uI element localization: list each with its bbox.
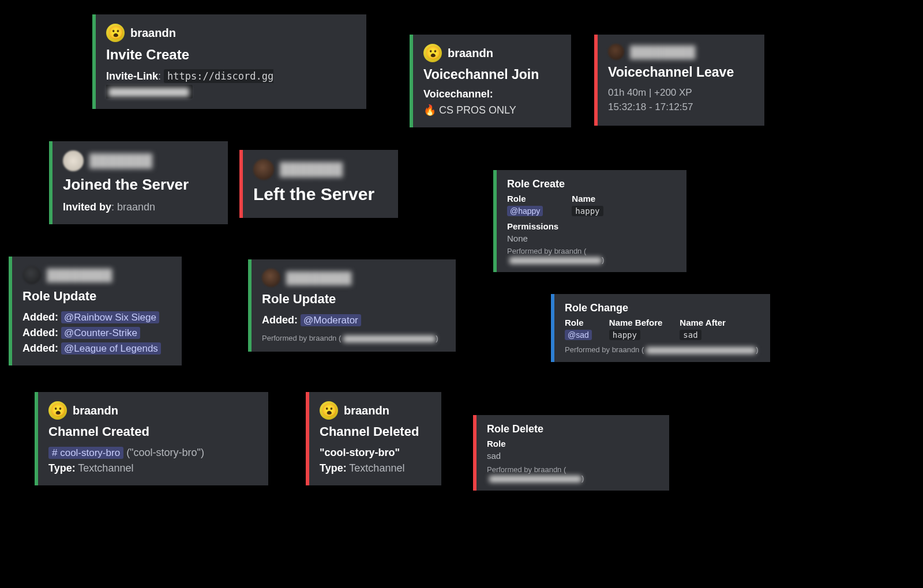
avatar-blurred-icon xyxy=(608,44,624,60)
invite-link-label: Invite-Link xyxy=(106,70,158,82)
role-value: sad xyxy=(487,451,659,461)
username-redacted: ███████ xyxy=(89,153,152,168)
permissions-value: None xyxy=(507,233,676,243)
card-joined-server: ███████ Joined the Server Invited by: br… xyxy=(49,141,228,224)
field-label: Name After xyxy=(680,318,725,327)
user-row: braandn xyxy=(423,44,560,62)
name-before-value: happy xyxy=(609,330,640,340)
name-value: happy xyxy=(572,206,603,216)
username-redacted: ████████ xyxy=(47,269,112,282)
field-name-before: Name Before happy xyxy=(609,318,663,340)
invited-by-line: Invited by: braandn xyxy=(63,199,216,215)
username-redacted: ███████ xyxy=(280,162,343,177)
card-channel-created: braandn Channel Created # cool-story-bro… xyxy=(35,392,268,485)
channel-name: "cool-story-bro" xyxy=(320,445,430,461)
redacted-icon xyxy=(343,336,436,342)
field-label: Role xyxy=(487,439,659,448)
username: braandn xyxy=(344,404,389,417)
username: braandn xyxy=(448,47,493,60)
channel-line: # cool-story-bro ("cool-story-bro") xyxy=(48,445,257,461)
field-label: Role xyxy=(507,194,543,203)
vc-leave-time: 15:32:18 - 17:12:57 xyxy=(608,100,753,115)
card-left-server: ███████ Left the Server xyxy=(239,150,398,218)
user-row: ████████ xyxy=(608,44,753,60)
avatar-emoji-icon xyxy=(48,401,67,420)
field-role: Role @sad xyxy=(565,318,592,340)
role-mention[interactable]: @Counter-Strike xyxy=(61,327,140,339)
avatar-emoji-icon xyxy=(106,24,125,42)
role-mention[interactable]: @Moderator xyxy=(301,314,361,326)
avatar-blurred-icon xyxy=(262,269,280,287)
channel-mention[interactable]: # cool-story-bro xyxy=(48,447,123,459)
username: braandn xyxy=(130,27,176,40)
card-role-update-multi: ████████ Role Update Added: @Rainbow Six… xyxy=(9,257,182,365)
embed-title: Voicechannel Leave xyxy=(608,65,753,80)
avatar-blurred-icon xyxy=(22,266,41,284)
card-invite-create: braandn Invite Create Invite-Link: https… xyxy=(92,14,366,109)
channel-type-line: Type: Textchannel xyxy=(320,461,430,476)
field-label: Name Before xyxy=(609,318,663,327)
user-row: ████████ xyxy=(262,269,444,287)
card-vc-join: braandn Voicechannel Join Voicechannel: … xyxy=(410,35,571,127)
embed-footer: Performed by braandn () xyxy=(507,247,676,264)
invite-link-line: Invite-Link: https://discord.gg xyxy=(106,69,355,100)
channel-type-line: Type: Textchannel xyxy=(48,461,257,476)
role-added-line: Added: @Rainbow Six Siege xyxy=(22,310,170,325)
field-role: Role @happy xyxy=(507,194,543,216)
vc-label: Voicechannel: xyxy=(423,88,560,100)
avatar-blurred-icon xyxy=(253,159,274,180)
card-role-change: Role Change Role @sad Name Before happy … xyxy=(551,294,770,362)
embed-title: Channel Created xyxy=(48,424,257,439)
username-redacted: ████████ xyxy=(630,46,695,59)
field-name: Name happy xyxy=(572,194,603,216)
role-added-line: Added: @Counter-Strike xyxy=(22,325,170,341)
embed-title: Invite Create xyxy=(106,47,355,63)
user-row: braandn xyxy=(320,401,430,420)
avatar-emoji-icon xyxy=(423,44,442,62)
avatar-blurred-icon xyxy=(63,150,84,171)
field-label: Role xyxy=(565,318,592,327)
role-mention[interactable]: @Rainbow Six Siege xyxy=(61,311,159,323)
card-role-create: Role Create Role @happy Name happy Permi… xyxy=(493,170,686,272)
role-added-line: Added: @Moderator xyxy=(262,312,444,328)
field-role: Role sad xyxy=(487,439,659,461)
role-mention[interactable]: @sad xyxy=(565,330,592,340)
embed-title: Voicechannel Join xyxy=(423,67,560,82)
user-row: ███████ xyxy=(63,150,216,171)
field-label: Name xyxy=(572,194,603,203)
embed-title: Role Update xyxy=(22,289,170,304)
vc-channel-name: 🔥 CS PROS ONLY xyxy=(423,103,560,118)
user-row: ████████ xyxy=(22,266,170,284)
role-mention[interactable]: @League of Legends xyxy=(61,342,161,355)
user-row: ███████ xyxy=(253,159,387,180)
embed-title: Role Create xyxy=(507,178,676,190)
card-role-update-single: ████████ Role Update Added: @Moderator P… xyxy=(248,259,456,352)
embed-title: Role Change xyxy=(565,302,760,314)
user-row: braandn xyxy=(48,401,257,420)
embed-title: Left the Server xyxy=(253,184,387,204)
role-mention[interactable]: @happy xyxy=(507,206,543,216)
redacted-icon xyxy=(489,476,581,483)
embed-title: Role Update xyxy=(262,292,444,307)
invited-by-label: Invited by xyxy=(63,201,111,213)
card-channel-deleted: braandn Channel Deleted "cool-story-bro"… xyxy=(306,392,441,485)
field-label: Permissions xyxy=(507,221,676,231)
embed-footer: Performed by braandn () xyxy=(262,334,444,342)
field-name-after: Name After sad xyxy=(680,318,725,340)
embed-title: Channel Deleted xyxy=(320,424,430,439)
embed-title: Joined the Server xyxy=(63,176,216,194)
username: braandn xyxy=(73,404,118,417)
name-after-value: sad xyxy=(680,330,701,340)
role-added-line: Added: @League of Legends xyxy=(22,341,170,356)
vc-leave-xp: 01h 40m | +200 XP xyxy=(608,86,753,100)
field-permissions: Permissions None xyxy=(507,221,676,243)
user-row: braandn xyxy=(106,24,355,42)
username-redacted: ████████ xyxy=(286,272,351,285)
embed-footer: Performed by braandn () xyxy=(487,465,659,483)
embed-footer: Performed by braandn () xyxy=(565,345,760,354)
card-vc-leave: ████████ Voicechannel Leave 01h 40m | +2… xyxy=(594,35,764,126)
card-role-delete: Role Delete Role sad Performed by braand… xyxy=(473,415,669,491)
avatar-emoji-icon xyxy=(320,401,338,420)
redacted-icon xyxy=(108,88,189,97)
redacted-icon xyxy=(646,347,756,354)
